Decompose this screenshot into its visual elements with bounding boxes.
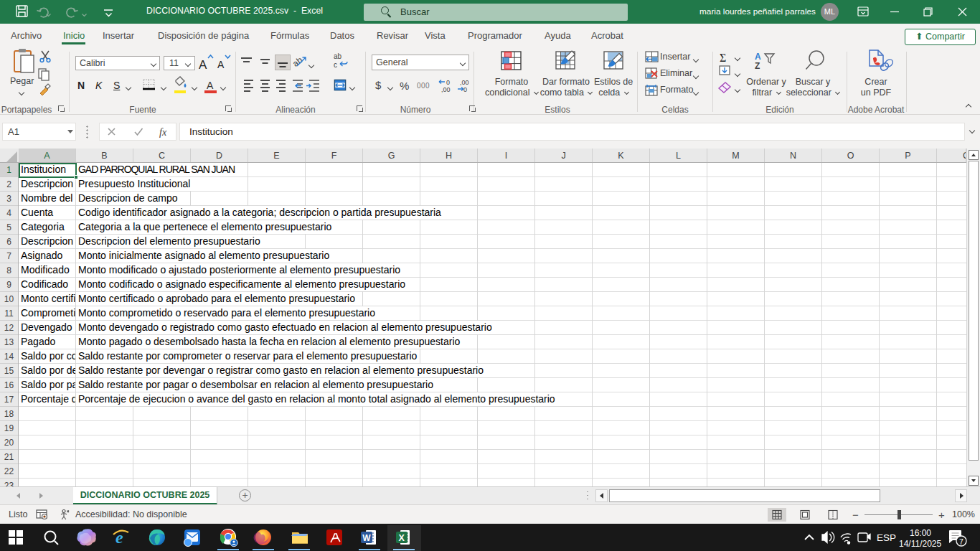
svg-text:ab: ab — [334, 52, 342, 60]
svg-text:14/11/2025: 14/11/2025 — [899, 539, 941, 549]
svg-text:A: A — [207, 80, 214, 91]
svg-text:fx: fx — [159, 127, 167, 138]
svg-text:,00: ,00 — [460, 79, 469, 86]
svg-text:X: X — [399, 533, 405, 543]
svg-text:7: 7 — [959, 537, 963, 546]
svg-text:0: 0 — [446, 79, 450, 86]
svg-text:A: A — [217, 59, 225, 70]
svg-text:W: W — [362, 533, 371, 543]
svg-text:Σ: Σ — [720, 52, 726, 64]
svg-text:c: c — [334, 61, 337, 69]
svg-text:Z: Z — [755, 61, 760, 71]
svg-text:16:00: 16:00 — [910, 528, 931, 538]
svg-text:ESP: ESP — [877, 532, 896, 543]
svg-text:,00: ,00 — [441, 86, 451, 93]
svg-text:A: A — [755, 52, 761, 62]
svg-text:ab: ab — [291, 55, 304, 68]
svg-text:0: 0 — [463, 86, 467, 93]
svg-text:A: A — [199, 58, 207, 72]
